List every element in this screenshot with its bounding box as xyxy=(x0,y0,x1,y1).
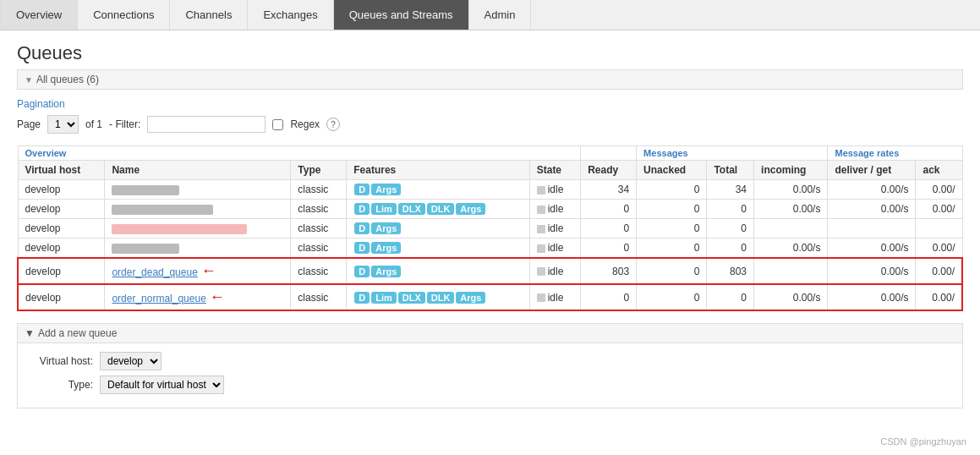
col-incoming: incoming xyxy=(754,161,828,180)
table-row[interactable]: developorder_normal_queue ←classicDLimDL… xyxy=(18,284,962,310)
cell-features: DArgs xyxy=(347,180,529,200)
cell-name xyxy=(105,200,291,219)
cell-ready: 0 xyxy=(581,219,637,238)
cell-virtual-host: develop xyxy=(18,219,105,238)
col-features: Features xyxy=(347,161,529,180)
cell-virtual-host: develop xyxy=(18,200,105,219)
cell-state: idle xyxy=(529,200,581,219)
add-queue-arrow-icon: ▼ xyxy=(25,327,35,339)
page-select[interactable]: 1 xyxy=(47,115,79,134)
cell-ack: 0.00/ xyxy=(916,200,962,219)
cell-state: idle xyxy=(529,284,581,310)
queues-table: Overview Messages Message rates Virtual … xyxy=(17,145,963,311)
type-select[interactable]: Default for virtual host xyxy=(100,376,224,394)
col-name: Name xyxy=(105,161,291,180)
state-icon xyxy=(537,186,545,195)
cell-features: DLimDLXDLKArgs xyxy=(347,284,529,310)
nav-channels[interactable]: Channels xyxy=(170,0,248,30)
cell-unacked: 0 xyxy=(637,180,707,200)
col-state: State xyxy=(529,161,581,180)
cell-total: 34 xyxy=(707,180,754,200)
nav-exchanges[interactable]: Exchanges xyxy=(248,0,333,30)
filter-label: - Filter: xyxy=(109,118,140,130)
cell-unacked: 0 xyxy=(637,284,707,310)
collapse-arrow-icon: ▼ xyxy=(25,75,33,85)
filter-input[interactable] xyxy=(147,116,266,133)
nav-connections[interactable]: Connections xyxy=(78,0,170,30)
cell-features: DArgs xyxy=(347,238,529,259)
table-row[interactable]: developorder_dead_queue ←classicDArgsidl… xyxy=(18,258,962,284)
cell-deliver-get: 0.00/s xyxy=(828,258,916,284)
highlight-arrow-icon: ← xyxy=(201,262,216,280)
cell-type: classic xyxy=(291,219,347,238)
type-row: Type: Default for virtual host xyxy=(30,376,950,394)
add-queue-body: Virtual host: develop Type: Default for … xyxy=(18,343,962,408)
cell-ready: 0 xyxy=(581,200,637,219)
page-label: Page xyxy=(17,118,41,130)
cell-features: DLimDLXDLKArgs xyxy=(347,200,529,219)
column-header-row: Virtual host Name Type Features State Re… xyxy=(18,161,962,180)
col-virtual-host: Virtual host xyxy=(18,161,105,180)
cell-ready: 0 xyxy=(581,238,637,259)
col-unacked: Unacked xyxy=(637,161,707,180)
state-icon xyxy=(537,206,545,214)
cell-deliver-get: 0.00/s xyxy=(828,238,916,259)
virtual-host-select[interactable]: develop xyxy=(100,352,162,370)
cell-total: 0 xyxy=(707,238,754,259)
add-queue-section: ▼ Add a new queue Virtual host: develop … xyxy=(17,323,963,408)
add-queue-label: Add a new queue xyxy=(38,327,117,339)
of-label: of 1 xyxy=(85,118,102,130)
cell-type: classic xyxy=(291,200,347,219)
cell-virtual-host: develop xyxy=(18,238,105,259)
table-row[interactable]: developclassicDArgsidle0000.00/s0.00/s0.… xyxy=(18,238,962,259)
cell-unacked: 0 xyxy=(637,238,707,259)
all-queues-header: ▼ All queues (6) xyxy=(17,69,963,90)
table-row[interactable]: developclassicDArgsidle000 xyxy=(18,219,962,238)
cell-incoming: 0.00/s xyxy=(754,200,828,219)
cell-ready: 0 xyxy=(581,284,637,310)
regex-checkbox[interactable] xyxy=(272,119,283,130)
cell-name[interactable]: order_dead_queue ← xyxy=(105,258,291,284)
cell-ack: 0.00/ xyxy=(916,238,962,259)
cell-unacked: 0 xyxy=(637,258,707,284)
group-header-row: Overview Messages Message rates xyxy=(18,146,962,161)
cell-type: classic xyxy=(291,258,347,284)
cell-name[interactable]: order_normal_queue ← xyxy=(105,284,291,310)
cell-total: 803 xyxy=(707,258,754,284)
cell-state: idle xyxy=(529,180,581,200)
col-type: Type xyxy=(291,161,347,180)
cell-deliver-get: 0.00/s xyxy=(828,284,916,310)
table-row[interactable]: developclassicDLimDLXDLKArgsidle0000.00/… xyxy=(18,200,962,219)
cell-state: idle xyxy=(529,258,581,284)
cell-ack: 0.00/ xyxy=(916,180,962,200)
cell-type: classic xyxy=(291,284,347,310)
cell-features: DArgs xyxy=(347,219,529,238)
col-ready: Ready xyxy=(581,161,637,180)
cell-name xyxy=(105,238,291,259)
top-nav: Overview Connections Channels Exchanges … xyxy=(0,0,980,30)
state-icon xyxy=(537,267,545,276)
pagination-label: Pagination xyxy=(17,98,963,110)
cell-total: 0 xyxy=(707,219,754,238)
cell-deliver-get: 0.00/s xyxy=(828,180,916,200)
nav-overview[interactable]: Overview xyxy=(0,0,78,30)
nav-admin[interactable]: Admin xyxy=(469,0,532,30)
filter-row: Page 1 of 1 - Filter: Regex ? xyxy=(17,115,963,134)
cell-ready: 34 xyxy=(581,180,637,200)
rates-group-label: Message rates xyxy=(828,146,962,161)
type-label: Type: xyxy=(30,379,93,391)
help-icon[interactable]: ? xyxy=(326,118,340,131)
cell-virtual-host: develop xyxy=(18,180,105,200)
cell-total: 0 xyxy=(707,284,754,310)
state-icon xyxy=(537,225,545,233)
all-queues-label: All queues (6) xyxy=(36,74,99,85)
regex-label: Regex xyxy=(290,118,320,130)
nav-queues-streams[interactable]: Queues and Streams xyxy=(334,0,469,30)
highlight-arrow-icon: ← xyxy=(210,288,225,306)
cell-features: DArgs xyxy=(347,258,529,284)
cell-incoming xyxy=(754,258,828,284)
cell-deliver-get xyxy=(828,219,916,238)
table-row[interactable]: developclassicDArgsidle340340.00/s0.00/s… xyxy=(18,180,962,200)
cell-total: 0 xyxy=(707,200,754,219)
cell-ack xyxy=(916,219,962,238)
